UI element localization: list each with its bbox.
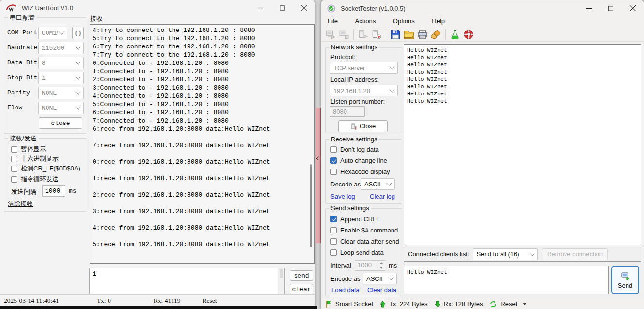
socket-log-area[interactable]: Hello WIZnet Hello WIZnet Hello WIZnet H… bbox=[404, 44, 641, 245]
test-flask-icon[interactable] bbox=[450, 29, 460, 40]
baudrate-select[interactable]: 115200 bbox=[38, 42, 84, 54]
interval-spinner[interactable]: 1000 bbox=[355, 260, 385, 271]
window-title: WIZ UartTool V1.0 bbox=[22, 4, 73, 12]
close-button[interactable] bbox=[293, 0, 315, 15]
save-log-link[interactable]: Save log bbox=[330, 193, 355, 200]
spinner-arrows[interactable] bbox=[377, 261, 385, 270]
menu-file[interactable]: File bbox=[323, 16, 342, 26]
append-crlf-checkbox-row[interactable]: Append CRLF bbox=[330, 216, 380, 223]
local-ip-select[interactable]: 192.168.1.20 bbox=[330, 85, 398, 96]
close-button[interactable] bbox=[622, 0, 644, 16]
decode-as-select[interactable]: ASCII bbox=[361, 178, 395, 190]
refresh-icon: () bbox=[74, 30, 82, 37]
socket-send-input[interactable]: Hello WIZnet bbox=[404, 266, 609, 294]
clear-brush-icon[interactable] bbox=[431, 29, 441, 40]
checkbox[interactable] bbox=[330, 146, 337, 153]
enable-command-checkbox-row[interactable]: Enable $# command bbox=[330, 227, 398, 234]
checkbox[interactable] bbox=[11, 166, 17, 172]
socket-send-button[interactable]: Send bbox=[611, 266, 639, 294]
status-timestamp: 2025-03-14 11:40:41 bbox=[4, 297, 59, 305]
clear-after-send-checkbox-row[interactable]: Clear data after send bbox=[330, 238, 399, 245]
minimize-button[interactable] bbox=[578, 0, 600, 16]
interval-unit-label: ms bbox=[389, 262, 397, 269]
send-button[interactable]: send bbox=[290, 270, 313, 281]
checkbox[interactable] bbox=[330, 249, 337, 256]
network-settings-group: Network settings Protocol: TCP server Lo… bbox=[325, 47, 402, 133]
parity-select[interactable]: NONE bbox=[38, 87, 84, 99]
send-interval-input[interactable] bbox=[42, 185, 65, 197]
connect-icon[interactable] bbox=[325, 29, 336, 40]
status-app-name: Smart Socket bbox=[335, 300, 373, 308]
interval-label: Interval bbox=[330, 262, 351, 269]
checkbox[interactable] bbox=[330, 216, 337, 222]
maximize-button[interactable] bbox=[271, 0, 293, 15]
com-port-select[interactable]: COM19 bbox=[38, 27, 67, 39]
minimize-button[interactable] bbox=[250, 0, 271, 15]
status-reset[interactable]: Reset bbox=[501, 300, 517, 308]
checkbox-label: Hexacode display bbox=[340, 168, 390, 175]
scrollbar-track[interactable] bbox=[278, 268, 284, 294]
maximize-button[interactable] bbox=[600, 0, 622, 16]
disconnect-icon[interactable] bbox=[339, 29, 349, 40]
server-close-button[interactable]: Close bbox=[338, 120, 388, 132]
rx-down-arrow-icon bbox=[435, 301, 440, 308]
checkbox[interactable] bbox=[11, 146, 17, 153]
rx-tx-options-title: 接收/发送 bbox=[8, 134, 39, 143]
send-target-select[interactable]: Send to all (16) bbox=[473, 248, 538, 260]
open-folder-icon[interactable] bbox=[404, 29, 414, 40]
checkbox-label: Clear data after send bbox=[340, 238, 399, 245]
menu-options[interactable]: Options bbox=[389, 16, 419, 26]
clear-button[interactable]: clear bbox=[290, 284, 313, 294]
receive-area-label: 接收 bbox=[90, 15, 103, 23]
receive-settings-title: Receive settings bbox=[329, 136, 379, 143]
clear-data-link[interactable]: Clear data bbox=[367, 286, 396, 294]
loop-send-checkbox-row[interactable]: 指令循环发送 bbox=[11, 175, 59, 184]
clear-receive-link[interactable]: 清除接收 bbox=[8, 200, 33, 208]
checkbox[interactable] bbox=[11, 156, 17, 162]
caret-down-icon[interactable] bbox=[523, 303, 527, 305]
hexacode-display-checkbox-row[interactable]: Hexacode display bbox=[330, 168, 390, 175]
checkbox[interactable] bbox=[330, 238, 337, 245]
checkbox-label: Enable $# command bbox=[340, 227, 398, 234]
flow-select[interactable]: NONE bbox=[38, 102, 84, 114]
pause-display-checkbox-row[interactable]: 暂停显示 bbox=[11, 145, 46, 154]
listen-port-input[interactable] bbox=[330, 106, 365, 117]
chevron-left-icon bbox=[316, 156, 320, 160]
detect-crlf-checkbox-row[interactable]: 检测CR_LF($0D$0A) bbox=[11, 164, 80, 173]
serial-close-button[interactable]: close bbox=[39, 117, 82, 129]
help-lifebuoy-icon[interactable] bbox=[463, 29, 474, 40]
receive-log-text: 4:Try to connect to the 192.168.1.20 : 8… bbox=[90, 25, 314, 250]
clear-log-link[interactable]: Clear log bbox=[370, 193, 395, 200]
dont-log-checkbox-row[interactable]: Don't log data bbox=[330, 146, 379, 153]
refresh-ports-button[interactable]: () bbox=[72, 27, 84, 39]
remove-connection-button[interactable]: Remove connection bbox=[542, 248, 608, 260]
encode-as-select[interactable]: ASCII bbox=[363, 273, 397, 284]
stop-listen-icon[interactable] bbox=[371, 29, 382, 40]
checkbox[interactable] bbox=[330, 157, 337, 164]
stop-bit-select[interactable]: 1 bbox=[38, 72, 84, 84]
checkbox[interactable] bbox=[330, 169, 337, 175]
parity-label: Parity bbox=[7, 89, 30, 96]
checkbox-label: Auto change line bbox=[340, 157, 387, 164]
menu-actions[interactable]: Actions bbox=[351, 16, 380, 26]
hex-display-checkbox-row[interactable]: 十六进制显示 bbox=[11, 154, 59, 163]
loop-send-checkbox-row[interactable]: Loop send data bbox=[330, 249, 384, 256]
scrollbar-thumb[interactable] bbox=[310, 164, 312, 247]
receive-log-area[interactable]: 4:Try to connect to the 192.168.1.20 : 8… bbox=[90, 24, 315, 264]
print-icon[interactable] bbox=[417, 29, 428, 40]
load-data-link[interactable]: Load data bbox=[331, 286, 360, 294]
checkbox[interactable] bbox=[330, 227, 337, 233]
scrollbar-thumb[interactable] bbox=[280, 269, 283, 278]
data-bit-select[interactable]: 8 bbox=[38, 57, 84, 69]
checkbox[interactable] bbox=[11, 176, 17, 183]
menu-help[interactable]: Help bbox=[427, 16, 449, 26]
save-icon[interactable] bbox=[390, 29, 401, 40]
status-reset[interactable]: Reset bbox=[202, 297, 217, 305]
checkbox-label: 指令循环发送 bbox=[21, 175, 59, 184]
protocol-select[interactable]: TCP server bbox=[330, 62, 398, 74]
start-listen-icon[interactable] bbox=[358, 29, 368, 40]
send-input-area[interactable]: 1 bbox=[89, 268, 285, 294]
chevron-down-icon bbox=[388, 275, 393, 280]
tx-up-arrow-icon bbox=[380, 301, 386, 308]
auto-change-line-checkbox-row[interactable]: Auto change line bbox=[330, 157, 387, 164]
